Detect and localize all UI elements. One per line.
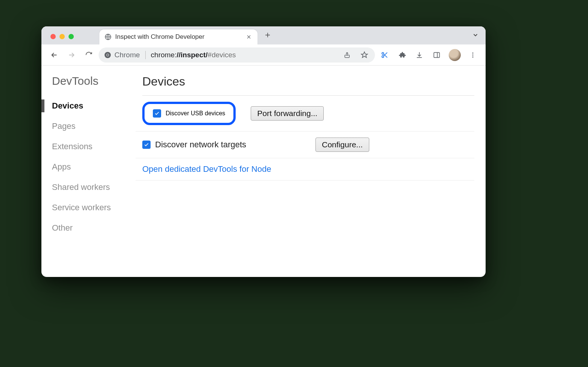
new-tab-button[interactable] (257, 31, 276, 44)
share-icon[interactable] (340, 47, 355, 63)
omnibox-divider (145, 51, 146, 59)
discover-network-checkbox[interactable] (142, 141, 151, 149)
browser-window: Inspect with Chrome Developer Chrome (41, 26, 486, 277)
sidebar-item-service-workers[interactable]: Service workers (52, 197, 136, 218)
address-bar[interactable]: Chrome chrome://inspect/#devices (99, 47, 375, 63)
svg-point-10 (472, 56, 474, 57)
traffic-lights (48, 34, 78, 44)
sidebar-item-shared-workers[interactable]: Shared workers (52, 177, 136, 197)
svg-point-3 (107, 54, 109, 56)
toolbar: Chrome chrome://inspect/#devices (41, 44, 486, 66)
discover-usb-checkbox[interactable] (153, 109, 161, 118)
svg-point-6 (382, 55, 384, 57)
svg-point-8 (472, 52, 474, 54)
forward-button[interactable] (64, 47, 79, 63)
svg-point-9 (472, 54, 474, 55)
page-content: DevTools Devices Pages Extensions Apps S… (41, 66, 486, 277)
discover-network-label: Discover network targets (155, 140, 246, 150)
browser-tab[interactable]: Inspect with Chrome Developer (99, 29, 257, 44)
window-close-button[interactable] (50, 34, 56, 39)
main-panel: Devices Discover USB devices Port forwar… (136, 66, 486, 277)
sidebar-title: DevTools (52, 75, 136, 87)
tab-overflow-button[interactable] (472, 32, 479, 40)
sidebar: DevTools Devices Pages Extensions Apps S… (41, 66, 136, 277)
extensions-icon[interactable] (395, 47, 410, 63)
sidebar-item-extensions[interactable]: Extensions (52, 136, 136, 157)
close-tab-button[interactable] (245, 34, 252, 40)
reload-button[interactable] (81, 47, 96, 63)
discover-usb-row: Discover USB devices Port forwarding... (136, 96, 474, 132)
page-heading: Devices (142, 75, 474, 96)
url-text: chrome://inspect/#devices (151, 51, 336, 59)
discover-usb-label: Discover USB devices (166, 110, 225, 117)
menu-icon[interactable] (465, 47, 480, 63)
svg-point-5 (382, 52, 384, 54)
configure-button[interactable]: Configure... (315, 138, 369, 152)
window-minimize-button[interactable] (59, 34, 65, 39)
bookmark-icon[interactable] (357, 47, 372, 63)
globe-icon (105, 34, 111, 40)
sidebar-item-devices[interactable]: Devices (52, 96, 136, 116)
highlight-discover-usb: Discover USB devices (142, 102, 236, 125)
sidebar-item-pages[interactable]: Pages (52, 116, 136, 136)
sidebar-item-apps[interactable]: Apps (52, 157, 136, 177)
sidebar-item-other[interactable]: Other (52, 218, 136, 238)
discover-network-row: Discover network targets Configure... (136, 132, 474, 158)
chrome-badge-label: Chrome (114, 51, 140, 59)
discover-network-group: Discover network targets (142, 140, 300, 150)
chrome-badge: Chrome (104, 51, 140, 59)
open-node-devtools-link[interactable]: Open dedicated DevTools for Node (142, 164, 271, 174)
profile-avatar[interactable] (449, 49, 461, 61)
scissors-icon[interactable] (377, 47, 392, 63)
sidepanel-icon[interactable] (429, 47, 444, 63)
port-forwarding-button[interactable]: Port forwarding... (251, 106, 324, 121)
window-maximize-button[interactable] (69, 34, 74, 39)
tab-strip: Inspect with Chrome Developer (41, 26, 486, 44)
node-link-row: Open dedicated DevTools for Node (136, 158, 474, 180)
download-icon[interactable] (412, 47, 427, 63)
svg-rect-7 (434, 52, 440, 57)
back-button[interactable] (47, 47, 62, 63)
tab-title: Inspect with Chrome Developer (115, 33, 242, 41)
chrome-icon (104, 51, 111, 59)
